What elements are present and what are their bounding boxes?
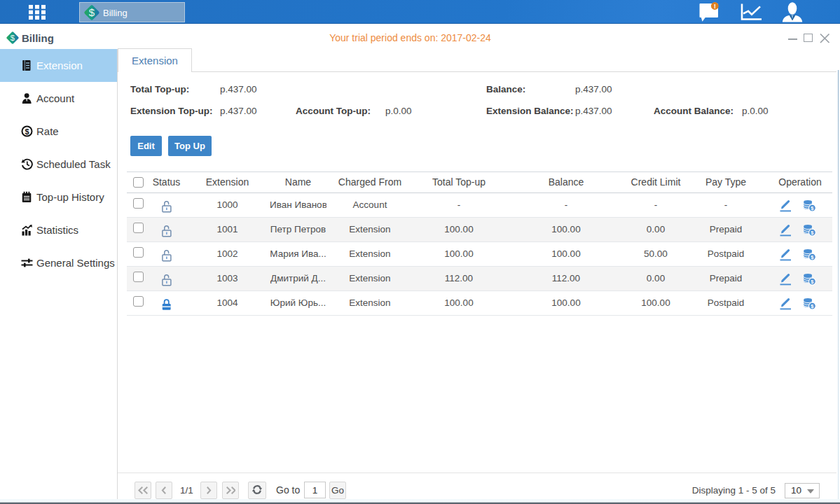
svg-text:$: $ [25,127,29,136]
svg-text:$: $ [89,6,95,18]
svg-text:!: ! [714,2,716,10]
